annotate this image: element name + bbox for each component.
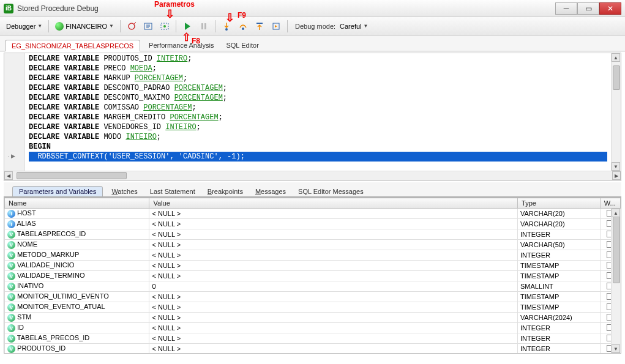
code-line[interactable]: DECLARE VARIABLE MARKUP PORCENTAGEM; [29,73,607,83]
tab-procedure[interactable]: EG_SINCRONIZAR_TABELASPRECOS [5,40,140,51]
tab-watches[interactable]: Watches [105,187,143,196]
table-row[interactable]: V METODO_MARKUP< NULL >INTEGER [5,250,621,261]
table-row[interactable]: V TABELAS_PRECOS_ID< NULL >INTEGER [5,333,621,344]
step-over-button[interactable] [236,20,250,33]
variable-value[interactable]: < NULL > [149,323,518,333]
tab-last-statement[interactable]: Last Statement [144,187,201,196]
col-header-name[interactable]: Name [5,198,149,209]
grid-vertical-scrollbar[interactable]: ▲ ▼ [611,209,621,353]
scroll-up-icon[interactable]: ▲ [612,53,620,62]
database-selector[interactable]: FINANCEIRO ▼ [53,20,116,33]
table-row[interactable]: V VALIDADE_TERMINO< NULL >TIMESTAMP [5,271,621,281]
table-row[interactable]: V STM< NULL >VARCHAR(2024) [5,313,621,323]
svg-point-7 [225,28,228,31]
variable-value[interactable]: < NULL > [149,240,518,250]
tab-parameters-variables[interactable]: Parameters and Variables [12,186,103,196]
variable-value[interactable]: 0 [149,281,518,292]
variable-name: MONITOR_ULTIMO_EVENTO [17,292,109,300]
app-icon: iB [4,4,13,13]
variable-value[interactable]: < NULL > [149,261,518,271]
variable-name: HOST [17,209,36,217]
scroll-down-icon[interactable]: ▼ [612,162,620,171]
debug-mode-selector[interactable]: Careful ▼ [337,20,370,33]
col-header-value[interactable]: Value [149,198,518,209]
editor-vertical-scrollbar[interactable]: ▲ ▼ [611,53,621,171]
tab-breakpoints[interactable]: Breakpoints [201,187,249,196]
pause-button[interactable] [196,20,211,33]
compile-button[interactable] [124,20,139,33]
variable-icon: V [7,314,15,322]
variable-type: SMALLINT [518,281,601,292]
variable-icon: V [7,293,15,301]
table-row[interactable]: V ID< NULL >INTEGER [5,323,621,333]
step-into-button[interactable] [219,20,234,33]
variable-value[interactable]: < NULL > [149,250,518,261]
minimize-button[interactable]: ─ [555,2,577,15]
scrollbar-thumb[interactable] [613,65,620,90]
variables-grid[interactable]: Name Value Type W... I HOST< NULL >VARCH… [4,198,621,354]
editor-gutter: · ▶ [4,53,25,180]
table-row[interactable]: V MONITOR_EVENTO_ATUAL< NULL >TIMESTAMP [5,302,621,313]
run-to-cursor-button[interactable] [269,20,283,33]
titlebar: iB Stored Procedure Debug ─ ▭ ✕ [0,0,625,17]
variable-value[interactable]: < NULL > [149,271,518,281]
tab-sql-editor-messages[interactable]: SQL Editor Messages [292,187,370,196]
run-button[interactable] [180,20,195,33]
variable-icon: V [7,241,15,249]
variable-name: STM [17,313,31,321]
table-row[interactable]: V NOME< NULL >VARCHAR(50) [5,240,621,250]
scroll-down-icon[interactable]: ▼ [612,344,620,353]
code-line[interactable]: BEGIN [29,142,607,152]
code-line[interactable]: DECLARE VARIABLE MARGEM_CREDITO PORCENTA… [29,113,607,122]
step-out-button[interactable] [252,20,267,33]
maximize-button[interactable]: ▭ [577,2,599,15]
table-row[interactable]: I HOST< NULL >VARCHAR(20) [5,209,621,219]
code-line[interactable]: DECLARE VARIABLE VENDEDORES_ID INTEIRO; [29,122,607,132]
table-row[interactable]: I ALIAS< NULL >VARCHAR(20) [5,219,621,229]
tab-messages[interactable]: Messages [249,187,292,196]
table-row[interactable]: V MONITOR_ULTIMO_EVENTO< NULL >TIMESTAMP [5,292,621,302]
table-row[interactable]: V VALIDADE_INICIO< NULL >TIMESTAMP [5,261,621,271]
tab-performance-analysis[interactable]: Performance Analysis [143,40,220,51]
variable-value[interactable]: < NULL > [149,209,518,219]
variable-value[interactable]: < NULL > [149,229,518,240]
caret-down-icon: ▼ [37,23,42,29]
toolbar: Debugger ▼ FINANCEIRO ▼ Debug mode: Care… [0,17,625,35]
code-line[interactable]: DECLARE VARIABLE COMISSAO PORCENTAGEM; [29,103,607,113]
variable-value[interactable]: < NULL > [149,313,518,323]
variable-value[interactable]: < NULL > [149,333,518,344]
table-row[interactable]: V TABELASPRECOS_ID< NULL >INTEGER [5,229,621,240]
variable-type: TIMESTAMP [518,261,601,271]
variable-type: INTEGER [518,250,601,261]
scroll-up-icon[interactable]: ▲ [612,209,620,217]
scrollbar-thumb[interactable] [613,210,620,283]
code-line[interactable]: DECLARE VARIABLE PRECO MOEDA; [29,64,607,73]
scroll-left-icon[interactable]: ◀ [4,171,13,180]
col-header-type[interactable]: Type [518,198,601,209]
parameters-button[interactable] [157,20,172,33]
variable-value[interactable]: < NULL > [149,302,518,313]
code-line[interactable]: DECLARE VARIABLE PRODUTOS_ID INTEIRO; [29,54,607,64]
scroll-right-icon[interactable]: ▶ [612,171,621,180]
variable-value[interactable]: < NULL > [149,292,518,302]
code-line[interactable]: DECLARE VARIABLE DESCONTO_PADRAO PORCENT… [29,83,607,93]
variable-type: TIMESTAMP [518,292,601,302]
code-line-current[interactable]: RDB$SET_CONTEXT('USER_SESSION', 'CADSINC… [29,152,607,162]
close-button[interactable]: ✕ [599,2,621,15]
code-area[interactable]: DECLARE VARIABLE PRODUTOS_ID INTEIRO;DEC… [25,53,611,171]
variable-icon: V [7,303,15,311]
code-line[interactable]: DECLARE VARIABLE DESCONTO_MAXIMO PORCENT… [29,93,607,103]
code-line[interactable]: DECLARE VARIABLE MODO INTEIRO; [29,132,607,142]
trace-into-button[interactable] [141,20,155,33]
tab-sql-editor[interactable]: SQL Editor [220,40,264,51]
col-header-watch[interactable]: W... [600,198,620,209]
table-row[interactable]: V PRODUTOS_ID< NULL >INTEGER [5,344,621,354]
code-editor[interactable]: · ▶ DECLARE VARIABLE PRODUTOS_ID INTEIRO… [4,53,621,181]
editor-horizontal-scrollbar[interactable]: ◀ ▶ [4,171,621,180]
variable-icon: V [7,283,15,291]
variable-value[interactable]: < NULL > [149,344,518,354]
table-row[interactable]: V INATIVO0SMALLINT [5,281,621,292]
scrollbar-thumb[interactable] [17,172,127,179]
debugger-menu[interactable]: Debugger ▼ [4,20,45,33]
variable-value[interactable]: < NULL > [149,219,518,229]
